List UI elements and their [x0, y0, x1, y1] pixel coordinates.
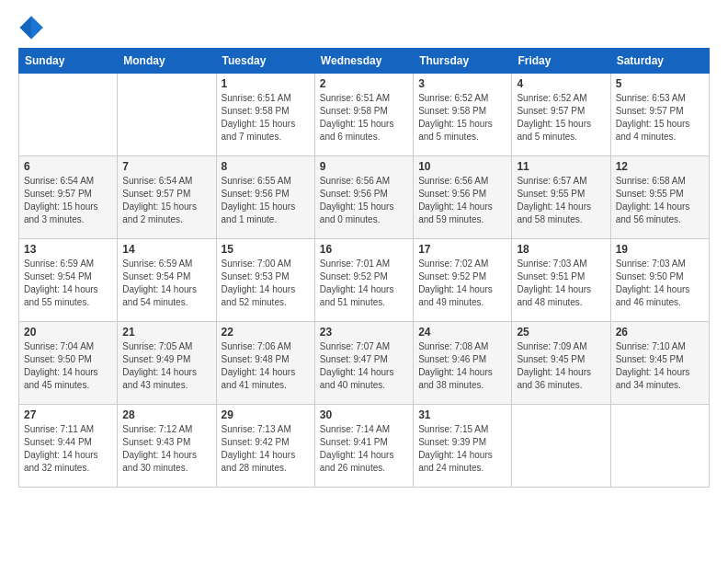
calendar-day-cell: 21 Sunrise: 7:05 AM Sunset: 9:49 PM Dayl… — [118, 322, 216, 405]
calendar-weekday-header: Wednesday — [314, 49, 413, 74]
day-number: 12 — [616, 160, 704, 173]
daylight-text: Daylight: 15 hours and 4 minutes. — [616, 119, 690, 142]
day-info: Sunrise: 6:57 AM Sunset: 9:55 PM Dayligh… — [517, 175, 605, 226]
calendar-week-row: 13 Sunrise: 6:59 AM Sunset: 9:54 PM Dayl… — [19, 239, 710, 322]
sunrise-text: Sunrise: 6:59 AM — [122, 259, 192, 269]
calendar-day-cell: 24 Sunrise: 7:08 AM Sunset: 9:46 PM Dayl… — [414, 322, 512, 405]
calendar-day-cell: 23 Sunrise: 7:07 AM Sunset: 9:47 PM Dayl… — [314, 322, 413, 405]
calendar-day-cell: 28 Sunrise: 7:12 AM Sunset: 9:43 PM Dayl… — [118, 405, 216, 488]
daylight-text: Daylight: 14 hours and 58 minutes. — [517, 201, 591, 224]
daylight-text: Daylight: 15 hours and 7 minutes. — [222, 119, 296, 142]
calendar-day-cell: 14 Sunrise: 6:59 AM Sunset: 9:54 PM Dayl… — [118, 239, 216, 322]
day-number: 8 — [222, 160, 310, 173]
day-number: 14 — [122, 243, 210, 256]
day-info: Sunrise: 6:53 AM Sunset: 9:57 PM Dayligh… — [616, 92, 704, 144]
calendar-day-cell — [118, 74, 216, 156]
day-number: 29 — [222, 408, 310, 421]
day-number: 18 — [517, 243, 605, 256]
calendar-day-cell: 30 Sunrise: 7:14 AM Sunset: 9:41 PM Dayl… — [314, 405, 413, 488]
calendar-weekday-header: Saturday — [610, 49, 709, 74]
daylight-text: Daylight: 15 hours and 0 minutes. — [320, 201, 394, 224]
calendar-day-cell: 4 Sunrise: 6:52 AM Sunset: 9:57 PM Dayli… — [512, 74, 610, 156]
sunrise-text: Sunrise: 7:00 AM — [222, 259, 291, 269]
sunrise-text: Sunrise: 7:03 AM — [616, 259, 686, 269]
sunset-text: Sunset: 9:56 PM — [418, 189, 486, 199]
sunrise-text: Sunrise: 6:54 AM — [122, 176, 192, 186]
day-number: 9 — [320, 160, 408, 173]
day-info: Sunrise: 7:00 AM Sunset: 9:53 PM Dayligh… — [222, 258, 310, 309]
daylight-text: Daylight: 14 hours and 43 minutes. — [122, 367, 197, 390]
calendar-day-cell: 31 Sunrise: 7:15 AM Sunset: 9:39 PM Dayl… — [414, 405, 512, 488]
day-info: Sunrise: 6:52 AM Sunset: 9:57 PM Dayligh… — [517, 92, 605, 144]
day-info: Sunrise: 7:08 AM Sunset: 9:46 PM Dayligh… — [418, 340, 506, 392]
day-number: 11 — [517, 160, 605, 173]
day-number: 24 — [418, 326, 506, 339]
day-info: Sunrise: 7:04 AM Sunset: 9:50 PM Dayligh… — [24, 340, 112, 392]
day-number: 19 — [616, 243, 704, 256]
calendar-weekday-header: Tuesday — [216, 49, 314, 74]
sunset-text: Sunset: 9:50 PM — [616, 271, 684, 282]
daylight-text: Daylight: 15 hours and 3 minutes. — [24, 201, 98, 224]
day-number: 4 — [517, 77, 605, 90]
sunset-text: Sunset: 9:43 PM — [122, 437, 190, 447]
calendar-day-cell: 7 Sunrise: 6:54 AM Sunset: 9:57 PM Dayli… — [118, 156, 216, 239]
daylight-text: Daylight: 15 hours and 2 minutes. — [122, 201, 197, 224]
day-number: 13 — [24, 243, 112, 256]
sunset-text: Sunset: 9:58 PM — [418, 106, 486, 116]
day-number: 10 — [418, 160, 506, 173]
daylight-text: Daylight: 14 hours and 59 minutes. — [418, 201, 493, 224]
calendar-day-cell: 25 Sunrise: 7:09 AM Sunset: 9:45 PM Dayl… — [512, 322, 610, 405]
daylight-text: Daylight: 14 hours and 32 minutes. — [24, 450, 98, 473]
calendar-day-cell: 20 Sunrise: 7:04 AM Sunset: 9:50 PM Dayl… — [19, 322, 118, 405]
logo-icon — [18, 15, 44, 40]
daylight-text: Daylight: 14 hours and 51 minutes. — [320, 284, 394, 307]
calendar-week-row: 20 Sunrise: 7:04 AM Sunset: 9:50 PM Dayl… — [19, 322, 710, 405]
day-info: Sunrise: 7:12 AM Sunset: 9:43 PM Dayligh… — [122, 423, 210, 475]
daylight-text: Daylight: 14 hours and 38 minutes. — [418, 367, 493, 390]
day-info: Sunrise: 6:55 AM Sunset: 9:56 PM Dayligh… — [222, 175, 310, 226]
calendar-day-cell: 5 Sunrise: 6:53 AM Sunset: 9:57 PM Dayli… — [610, 74, 709, 156]
day-number: 26 — [616, 326, 704, 339]
sunrise-text: Sunrise: 7:15 AM — [418, 424, 488, 434]
sunrise-text: Sunrise: 7:12 AM — [122, 424, 192, 434]
day-number: 20 — [24, 326, 112, 339]
daylight-text: Daylight: 14 hours and 41 minutes. — [222, 367, 296, 390]
day-info: Sunrise: 7:02 AM Sunset: 9:52 PM Dayligh… — [418, 258, 506, 309]
sunrise-text: Sunrise: 7:01 AM — [320, 259, 390, 269]
day-number: 27 — [24, 408, 112, 421]
day-info: Sunrise: 7:15 AM Sunset: 9:39 PM Dayligh… — [418, 423, 506, 475]
sunset-text: Sunset: 9:46 PM — [418, 354, 486, 364]
daylight-text: Daylight: 14 hours and 46 minutes. — [616, 284, 690, 307]
sunset-text: Sunset: 9:41 PM — [320, 437, 388, 447]
sunset-text: Sunset: 9:58 PM — [222, 106, 290, 116]
sunrise-text: Sunrise: 7:11 AM — [24, 424, 94, 434]
day-info: Sunrise: 7:13 AM Sunset: 9:42 PM Dayligh… — [222, 423, 310, 475]
calendar-day-cell: 12 Sunrise: 6:58 AM Sunset: 9:55 PM Dayl… — [610, 156, 709, 239]
day-info: Sunrise: 7:10 AM Sunset: 9:45 PM Dayligh… — [616, 340, 704, 392]
sunset-text: Sunset: 9:55 PM — [616, 189, 684, 199]
sunrise-text: Sunrise: 7:10 AM — [616, 341, 686, 351]
svg-marker-1 — [31, 16, 43, 39]
calendar-day-cell: 16 Sunrise: 7:01 AM Sunset: 9:52 PM Dayl… — [314, 239, 413, 322]
calendar-day-cell: 17 Sunrise: 7:02 AM Sunset: 9:52 PM Dayl… — [414, 239, 512, 322]
sunrise-text: Sunrise: 6:53 AM — [616, 93, 686, 103]
day-info: Sunrise: 7:03 AM Sunset: 9:50 PM Dayligh… — [616, 258, 704, 309]
sunset-text: Sunset: 9:51 PM — [517, 271, 585, 282]
sunset-text: Sunset: 9:44 PM — [24, 437, 92, 447]
calendar-day-cell: 3 Sunrise: 6:52 AM Sunset: 9:58 PM Dayli… — [414, 74, 512, 156]
sunset-text: Sunset: 9:54 PM — [122, 271, 190, 282]
sunset-text: Sunset: 9:56 PM — [320, 189, 388, 199]
sunrise-text: Sunrise: 6:58 AM — [616, 176, 686, 186]
day-number: 7 — [122, 160, 210, 173]
day-info: Sunrise: 6:59 AM Sunset: 9:54 PM Dayligh… — [122, 258, 210, 309]
daylight-text: Daylight: 14 hours and 26 minutes. — [320, 450, 394, 473]
calendar-weekday-header: Thursday — [414, 49, 512, 74]
day-number: 3 — [418, 77, 506, 90]
sunset-text: Sunset: 9:57 PM — [24, 189, 92, 199]
day-info: Sunrise: 7:05 AM Sunset: 9:49 PM Dayligh… — [122, 340, 210, 392]
day-info: Sunrise: 7:14 AM Sunset: 9:41 PM Dayligh… — [320, 423, 408, 475]
sunset-text: Sunset: 9:58 PM — [320, 106, 388, 116]
calendar-day-cell: 13 Sunrise: 6:59 AM Sunset: 9:54 PM Dayl… — [19, 239, 118, 322]
sunrise-text: Sunrise: 6:51 AM — [320, 93, 390, 103]
calendar-day-cell — [19, 74, 118, 156]
